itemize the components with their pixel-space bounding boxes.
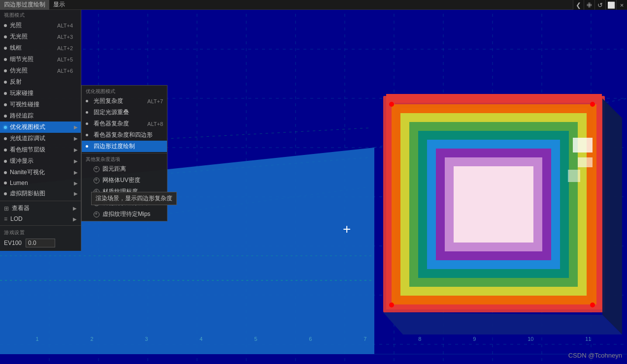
- menu-dot: [4, 35, 7, 38]
- svg-point-44: [590, 102, 595, 107]
- toolbar-icon-maximize[interactable]: ⬜: [605, 0, 616, 10]
- menu-dot-active: [4, 126, 7, 129]
- toolbar-icon-add[interactable]: ✙: [584, 0, 594, 10]
- menu-item-optimized-view[interactable]: 优化视图模式 ▶: [0, 121, 81, 133]
- submenu-section-label: 优化视图模式: [82, 87, 167, 95]
- menu-item-nanite[interactable]: Nanite可视化 ▶: [0, 167, 81, 178]
- submenu-item-primitive-distance[interactable]: 圆元距离: [82, 163, 167, 175]
- submenu-section2-label: 其他复杂度选项: [82, 154, 167, 163]
- submenu-arrow: ▶: [73, 206, 77, 211]
- add-circle-icon: [94, 178, 99, 183]
- submenu-dot: [86, 134, 88, 136]
- toolbar-icon-prev[interactable]: ❮: [573, 0, 584, 10]
- menu-item-lumen[interactable]: Lumen ▶: [0, 178, 81, 188]
- submenu-item-shader-complexity[interactable]: 看色器复杂度 ALT+8: [82, 118, 167, 129]
- menu-item-virtual-shadow[interactable]: 虚拟阴影贴图 ▶: [0, 188, 81, 199]
- menu-item-shader-lod[interactable]: 看色细节层级 ▶: [0, 144, 81, 155]
- svg-rect-37: [454, 166, 533, 243]
- menu-item-display[interactable]: 显示: [49, 0, 69, 10]
- svg-point-45: [389, 303, 394, 307]
- submenu-dot: [86, 111, 88, 114]
- menu-divider-2: [0, 225, 81, 226]
- svg-marker-42: [383, 312, 622, 334]
- menu-dot: [4, 81, 7, 84]
- svg-marker-41: [602, 98, 622, 334]
- svg-rect-40: [568, 170, 580, 182]
- svg-point-46: [590, 303, 595, 307]
- submenu-arrow: ▶: [74, 191, 78, 196]
- svg-rect-39: [578, 157, 593, 167]
- tooltip: 渲染场景，显示四边形复杂度: [91, 192, 177, 205]
- submenu-item-mesh-uv-density[interactable]: 网格体UV密度: [82, 175, 167, 186]
- top-menu-bar: 四边形过度绘制 显示: [0, 0, 627, 10]
- add-circle-icon: [94, 212, 99, 217]
- menu-item-viewer[interactable]: ⊞ 查看器 ▶: [0, 203, 81, 214]
- submenu-arrow: ▶: [74, 147, 78, 152]
- submenu-dot-active: [86, 145, 88, 148]
- lod-box-visualization: [381, 93, 622, 344]
- lod-icon: ≡: [4, 215, 7, 222]
- submenu-item-shader-complexity-and-quad[interactable]: 看色器复杂度和四边形: [82, 129, 167, 141]
- menu-dot: [4, 171, 7, 174]
- menu-item-path-tracing[interactable]: 路径追踪: [0, 110, 81, 121]
- toolbar-icon-refresh[interactable]: ↺: [594, 0, 605, 10]
- crosshair: [345, 226, 360, 241]
- submenu-arrow: ▶: [74, 170, 78, 175]
- menu-item-visibility-collision[interactable]: 可视性碰撞: [0, 99, 81, 110]
- menu-dot: [4, 149, 7, 152]
- game-settings-label: 游戏设置: [0, 227, 81, 237]
- menu-dot: [4, 137, 7, 140]
- submenu-arrow: ▶: [74, 181, 78, 186]
- menu-dot: [4, 115, 7, 118]
- tooltip-text: 渲染场景，显示四边形复杂度: [96, 195, 172, 202]
- submenu-divider: [82, 153, 167, 153]
- submenu-arrow: ▶: [73, 216, 77, 222]
- menu-dot: [4, 47, 7, 50]
- left-menu: 视图模式 光照 ALT+4 无光照 ALT+3 线框 ALT+2 细节光照 AL…: [0, 10, 81, 251]
- menu-section-label: 视图模式: [0, 10, 81, 20]
- submenu-arrow: ▶: [74, 158, 78, 164]
- menu-divider-1: [0, 201, 81, 201]
- submenu-item-virtual-texture-pending-mips[interactable]: 虚拟纹理待定Mips: [82, 209, 167, 220]
- add-circle-icon: [94, 166, 99, 172]
- menu-dot: [4, 192, 7, 195]
- menu-item-reflections[interactable]: 反射: [0, 76, 81, 88]
- menu-dot: [4, 24, 7, 27]
- submenu-dot: [86, 100, 88, 102]
- svg-rect-38: [573, 138, 593, 152]
- menu-item-unlit[interactable]: 无光照 ALT+3: [0, 31, 81, 42]
- submenu-item-stationary-light-overlap[interactable]: 固定光源重叠: [82, 107, 167, 118]
- ev100-input[interactable]: [26, 239, 55, 247]
- menu-item-ray-tracing-debug[interactable]: 光线道踪调试 ▶: [0, 133, 81, 144]
- submenu-item-quad-overdraw[interactable]: 四边形过度绘制: [82, 141, 167, 152]
- menu-item-title[interactable]: 四边形过度绘制: [0, 0, 49, 10]
- watermark-text: CSDN @Tcohneyn: [568, 352, 622, 359]
- submenu-dot: [86, 122, 88, 125]
- menu-item-buffer-display[interactable]: 缓冲显示 ▶: [0, 155, 81, 167]
- viewer-icon: ⊞: [4, 205, 9, 212]
- menu-item-lighting[interactable]: 光照 ALT+4: [0, 20, 81, 31]
- submenu-arrow: ▶: [74, 124, 78, 130]
- menu-dot: [4, 92, 7, 95]
- ev100-label: EV100: [4, 240, 22, 246]
- menu-item-player-collision[interactable]: 玩家碰撞: [0, 88, 81, 99]
- menu-dot: [4, 58, 7, 61]
- ev100-row: EV100: [0, 237, 81, 249]
- menu-item-simulated-lighting[interactable]: 仿光照 ALT+6: [0, 65, 81, 76]
- submenu-arrow: ▶: [74, 136, 78, 141]
- menu-dot: [4, 69, 7, 72]
- menu-dot: [4, 160, 7, 163]
- submenu-item-lighting-complexity[interactable]: 光照复杂度 ALT+7: [82, 95, 167, 107]
- svg-point-43: [389, 102, 394, 107]
- toolbar-icon-close[interactable]: ×: [616, 0, 627, 10]
- menu-dot: [4, 182, 7, 184]
- menu-item-detail-lighting[interactable]: 细节光照 ALT+5: [0, 54, 81, 65]
- menu-item-wireframe[interactable]: 线框 ALT+2: [0, 42, 81, 54]
- menu-item-lod[interactable]: ≡ LOD ▶: [0, 214, 81, 224]
- toolbar-right: ❮ ✙ ↺ ⬜ ×: [573, 0, 627, 10]
- menu-dot: [4, 103, 7, 106]
- grid-numbers: 1 2 3 4 5 6 7 8 9 10 11: [0, 336, 627, 342]
